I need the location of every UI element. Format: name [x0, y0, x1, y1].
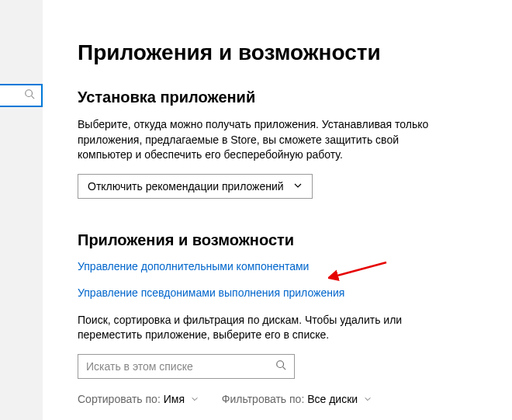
svg-line-3	[283, 367, 286, 370]
link-optional-features[interactable]: Управление дополнительными компонентами	[78, 260, 481, 272]
chevron-down-icon	[191, 393, 199, 405]
sort-label: Сортировать по:	[78, 393, 161, 405]
section-apps-description: Поиск, сортировка и фильтрация по дискам…	[78, 313, 442, 343]
section-install-description: Выберите, откуда можно получать приложен…	[78, 117, 442, 163]
page-title: Приложения и возможности	[78, 40, 481, 65]
sidebar-strip	[0, 0, 43, 420]
chevron-down-icon	[293, 180, 303, 193]
section-apps-heading: Приложения и возможности	[78, 231, 481, 249]
section-install-heading: Установка приложений	[78, 89, 481, 106]
svg-line-1	[32, 96, 35, 99]
dropdown-label: Отключить рекомендации приложений	[88, 180, 284, 193]
filter-label: Фильтровать по:	[222, 393, 304, 405]
svg-point-2	[277, 361, 284, 368]
settings-search-input[interactable]	[0, 84, 43, 107]
apps-search-input[interactable]	[86, 360, 257, 373]
link-execution-aliases[interactable]: Управление псевдонимами выполнения прило…	[78, 286, 481, 299]
filter-value: Все диски	[307, 393, 358, 405]
sort-by-dropdown[interactable]: Сортировать по: Имя	[78, 393, 199, 405]
sort-value: Имя	[164, 393, 185, 405]
search-icon	[24, 89, 35, 102]
apps-search-box[interactable]	[78, 354, 295, 379]
install-source-dropdown[interactable]: Отключить рекомендации приложений	[78, 174, 313, 199]
filter-by-dropdown[interactable]: Фильтровать по: Все диски	[222, 393, 372, 405]
chevron-down-icon	[364, 393, 372, 405]
search-icon	[275, 359, 286, 373]
svg-point-0	[26, 90, 33, 97]
